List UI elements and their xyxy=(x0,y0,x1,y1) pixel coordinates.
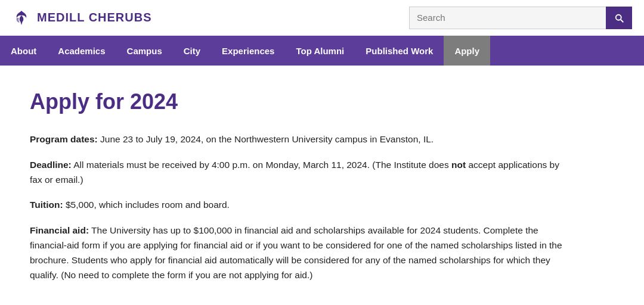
main-content: Apply for 2024 Program dates: June 23 to… xyxy=(0,66,596,305)
financial-aid-label: Financial aid: xyxy=(30,225,89,235)
nav-item-apply[interactable]: Apply xyxy=(444,36,490,66)
tuition-label: Tuition: xyxy=(30,200,63,210)
logo-icon xyxy=(12,8,31,27)
tuition-text: $5,000, which includes room and board. xyxy=(66,200,230,210)
program-dates-block: Program dates: June 23 to July 19, 2024,… xyxy=(30,132,566,147)
nav-item-top-alumni[interactable]: Top Alumni xyxy=(285,36,355,66)
page-title: Apply for 2024 xyxy=(30,89,566,114)
nav-item-published-work[interactable]: Published Work xyxy=(355,36,444,66)
program-dates-text: June 23 to July 19, 2024, on the Northwe… xyxy=(100,134,434,144)
tuition-block: Tuition: $5,000, which includes room and… xyxy=(30,198,566,213)
search-button[interactable] xyxy=(606,7,632,29)
deadline-not: not xyxy=(451,160,466,170)
deadline-text-1: All materials must be received by 4:00 p… xyxy=(73,160,451,170)
nav-item-about[interactable]: About xyxy=(0,36,47,66)
nav-item-experiences[interactable]: Experiences xyxy=(211,36,285,66)
search-input[interactable] xyxy=(409,7,606,29)
financial-aid-block: Financial aid: The University has up to … xyxy=(30,223,566,282)
logo-text: MEDILL CHERUBS xyxy=(37,11,152,24)
nav-item-campus[interactable]: Campus xyxy=(116,36,173,66)
program-dates-label: Program dates: xyxy=(30,134,98,144)
nav-item-city[interactable]: City xyxy=(173,36,211,66)
logo-area: MEDILL CHERUBS xyxy=(12,8,152,27)
financial-aid-text: The University has up to $100,000 in fin… xyxy=(30,225,562,279)
deadline-label: Deadline: xyxy=(30,160,72,170)
search-icon xyxy=(614,13,624,23)
deadline-block: Deadline: All materials must be received… xyxy=(30,158,566,188)
main-nav: About Academics Campus City Experiences … xyxy=(0,36,644,66)
nav-item-academics[interactable]: Academics xyxy=(47,36,116,66)
search-area xyxy=(409,7,632,29)
header: MEDILL CHERUBS xyxy=(0,0,644,36)
